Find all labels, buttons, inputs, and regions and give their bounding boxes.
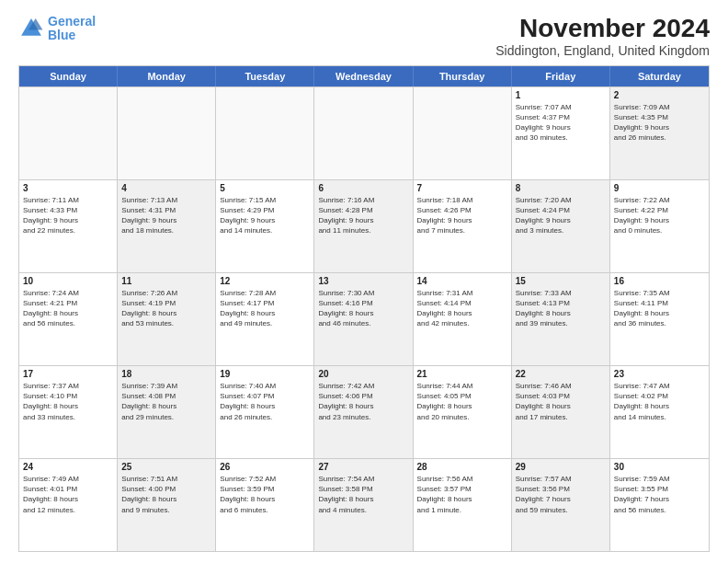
logo: General Blue [18,15,96,43]
day-number: 21 [417,369,507,379]
day-number: 20 [318,369,408,379]
calendar-cell: 8Sunrise: 7:20 AM Sunset: 4:24 PM Daylig… [512,180,610,272]
calendar-cell: 16Sunrise: 7:35 AM Sunset: 4:11 PM Dayli… [610,273,709,365]
calendar-cell: 14Sunrise: 7:31 AM Sunset: 4:14 PM Dayli… [414,273,512,365]
page: General Blue November 2024 Siddington, E… [0,0,728,563]
cell-info: Sunrise: 7:47 AM Sunset: 4:02 PM Dayligh… [614,381,705,422]
calendar-cell: 18Sunrise: 7:39 AM Sunset: 4:08 PM Dayli… [118,366,216,458]
calendar-cell: 7Sunrise: 7:18 AM Sunset: 4:26 PM Daylig… [414,180,512,272]
logo-text: General Blue [48,15,96,43]
day-number: 28 [417,462,507,472]
cell-info: Sunrise: 7:59 AM Sunset: 3:55 PM Dayligh… [614,474,705,515]
calendar-row-4: 24Sunrise: 7:49 AM Sunset: 4:01 PM Dayli… [19,458,709,551]
calendar-cell: 12Sunrise: 7:28 AM Sunset: 4:17 PM Dayli… [216,273,314,365]
calendar-header: SundayMondayTuesdayWednesdayThursdayFrid… [19,66,709,86]
cell-info: Sunrise: 7:57 AM Sunset: 3:56 PM Dayligh… [516,474,606,515]
header-day-tuesday: Tuesday [216,66,314,86]
calendar-cell: 1Sunrise: 7:07 AM Sunset: 4:37 PM Daylig… [512,87,610,179]
cell-info: Sunrise: 7:35 AM Sunset: 4:11 PM Dayligh… [614,288,705,329]
cell-info: Sunrise: 7:52 AM Sunset: 3:59 PM Dayligh… [220,474,310,515]
calendar-row-1: 3Sunrise: 7:11 AM Sunset: 4:33 PM Daylig… [19,179,709,272]
cell-info: Sunrise: 7:42 AM Sunset: 4:06 PM Dayligh… [318,381,408,422]
header-day-saturday: Saturday [610,66,709,86]
calendar-cell [314,87,413,179]
calendar-cell: 3Sunrise: 7:11 AM Sunset: 4:33 PM Daylig… [19,180,118,272]
day-number: 2 [614,90,705,100]
day-number: 5 [220,183,310,193]
header-day-wednesday: Wednesday [314,66,413,86]
header-day-thursday: Thursday [414,66,512,86]
day-number: 19 [220,369,310,379]
cell-info: Sunrise: 7:49 AM Sunset: 4:01 PM Dayligh… [23,474,113,515]
calendar-cell: 13Sunrise: 7:30 AM Sunset: 4:16 PM Dayli… [314,273,413,365]
header: General Blue November 2024 Siddington, E… [18,15,710,58]
calendar-cell: 29Sunrise: 7:57 AM Sunset: 3:56 PM Dayli… [512,459,610,551]
cell-info: Sunrise: 7:26 AM Sunset: 4:19 PM Dayligh… [121,288,211,329]
cell-info: Sunrise: 7:56 AM Sunset: 3:57 PM Dayligh… [417,474,507,515]
cell-info: Sunrise: 7:33 AM Sunset: 4:13 PM Dayligh… [516,288,606,329]
cell-info: Sunrise: 7:44 AM Sunset: 4:05 PM Dayligh… [417,381,507,422]
day-number: 26 [220,462,310,472]
day-number: 8 [516,183,606,193]
calendar-cell: 23Sunrise: 7:47 AM Sunset: 4:02 PM Dayli… [610,366,709,458]
cell-info: Sunrise: 7:24 AM Sunset: 4:21 PM Dayligh… [23,288,113,329]
main-title: November 2024 [495,15,710,43]
day-number: 17 [23,369,113,379]
calendar-cell: 22Sunrise: 7:46 AM Sunset: 4:03 PM Dayli… [512,366,610,458]
cell-info: Sunrise: 7:07 AM Sunset: 4:37 PM Dayligh… [516,102,606,144]
title-block: November 2024 Siddington, England, Unite… [495,15,710,58]
calendar-cell: 19Sunrise: 7:40 AM Sunset: 4:07 PM Dayli… [216,366,314,458]
cell-info: Sunrise: 7:30 AM Sunset: 4:16 PM Dayligh… [318,288,408,329]
day-number: 12 [220,276,310,286]
cell-info: Sunrise: 7:28 AM Sunset: 4:17 PM Dayligh… [220,288,310,329]
logo-line2: Blue [48,28,75,42]
header-day-monday: Monday [118,66,216,86]
day-number: 27 [318,462,408,472]
day-number: 23 [614,369,705,379]
calendar-cell: 6Sunrise: 7:16 AM Sunset: 4:28 PM Daylig… [314,180,413,272]
calendar-row-2: 10Sunrise: 7:24 AM Sunset: 4:21 PM Dayli… [19,272,709,365]
day-number: 18 [121,369,211,379]
logo-icon [18,16,44,41]
day-number: 30 [614,462,705,472]
day-number: 13 [318,276,408,286]
calendar-cell [19,87,118,179]
calendar-row-3: 17Sunrise: 7:37 AM Sunset: 4:10 PM Dayli… [19,365,709,458]
cell-info: Sunrise: 7:11 AM Sunset: 4:33 PM Dayligh… [23,195,113,236]
cell-info: Sunrise: 7:16 AM Sunset: 4:28 PM Dayligh… [318,195,408,236]
calendar-cell: 4Sunrise: 7:13 AM Sunset: 4:31 PM Daylig… [118,180,216,272]
day-number: 1 [516,90,606,100]
cell-info: Sunrise: 7:40 AM Sunset: 4:07 PM Dayligh… [220,381,310,422]
cell-info: Sunrise: 7:46 AM Sunset: 4:03 PM Dayligh… [516,381,606,422]
calendar-cell: 2Sunrise: 7:09 AM Sunset: 4:35 PM Daylig… [610,87,709,179]
calendar-cell: 25Sunrise: 7:51 AM Sunset: 4:00 PM Dayli… [118,459,216,551]
calendar-cell: 28Sunrise: 7:56 AM Sunset: 3:57 PM Dayli… [414,459,512,551]
cell-info: Sunrise: 7:37 AM Sunset: 4:10 PM Dayligh… [23,381,113,422]
day-number: 29 [516,462,606,472]
day-number: 10 [23,276,113,286]
calendar-row-0: 1Sunrise: 7:07 AM Sunset: 4:37 PM Daylig… [19,86,709,179]
calendar-cell [414,87,512,179]
cell-info: Sunrise: 7:51 AM Sunset: 4:00 PM Dayligh… [121,474,211,515]
calendar-cell: 21Sunrise: 7:44 AM Sunset: 4:05 PM Dayli… [414,366,512,458]
cell-info: Sunrise: 7:54 AM Sunset: 3:58 PM Dayligh… [318,474,408,515]
cell-info: Sunrise: 7:20 AM Sunset: 4:24 PM Dayligh… [516,195,606,236]
calendar-cell: 11Sunrise: 7:26 AM Sunset: 4:19 PM Dayli… [118,273,216,365]
day-number: 7 [417,183,507,193]
calendar-cell: 27Sunrise: 7:54 AM Sunset: 3:58 PM Dayli… [314,459,413,551]
day-number: 22 [516,369,606,379]
day-number: 25 [121,462,211,472]
calendar-cell [118,87,216,179]
cell-info: Sunrise: 7:18 AM Sunset: 4:26 PM Dayligh… [417,195,507,236]
calendar-cell: 24Sunrise: 7:49 AM Sunset: 4:01 PM Dayli… [19,459,118,551]
cell-info: Sunrise: 7:13 AM Sunset: 4:31 PM Dayligh… [121,195,211,236]
calendar: SundayMondayTuesdayWednesdayThursdayFrid… [18,65,710,552]
calendar-cell: 17Sunrise: 7:37 AM Sunset: 4:10 PM Dayli… [19,366,118,458]
calendar-cell: 5Sunrise: 7:15 AM Sunset: 4:29 PM Daylig… [216,180,314,272]
cell-info: Sunrise: 7:09 AM Sunset: 4:35 PM Dayligh… [614,102,705,144]
calendar-cell: 9Sunrise: 7:22 AM Sunset: 4:22 PM Daylig… [610,180,709,272]
day-number: 6 [318,183,408,193]
cell-info: Sunrise: 7:31 AM Sunset: 4:14 PM Dayligh… [417,288,507,329]
cell-info: Sunrise: 7:39 AM Sunset: 4:08 PM Dayligh… [121,381,211,422]
calendar-cell [216,87,314,179]
